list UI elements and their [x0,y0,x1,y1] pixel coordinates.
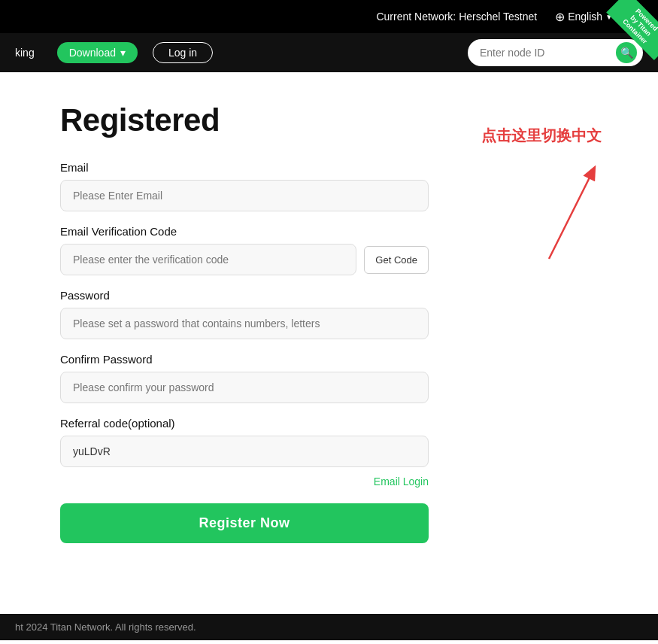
footer: ht 2024 Titan Network. All rights reserv… [0,614,658,640]
annotation-section: 点击这里切换中文 [481,102,602,569]
globe-icon: ⊕ [555,10,565,24]
login-label: Log in [168,47,197,59]
confirm-password-label: Confirm Password [60,353,451,366]
chevron-down-icon: ▾ [120,47,126,59]
password-label: Password [60,289,451,302]
page-title: Registered [60,102,451,138]
ribbon-text: Poweredby TitanContainer [606,0,658,60]
top-bar: Current Network: Herschel Testnet ⊕ Engl… [0,0,658,33]
svg-line-1 [549,169,594,259]
download-label: Download [69,47,116,59]
nav-brand: king [15,47,35,59]
password-input[interactable] [60,308,429,339]
login-button[interactable]: Log in [153,42,213,63]
register-label: Register Now [199,515,290,530]
email-login-wrapper: Email Login [60,475,429,488]
get-code-label: Get Code [375,254,417,266]
node-id-input[interactable] [480,47,611,59]
footer-text: ht 2024 Titan Network. All rights reserv… [15,621,196,633]
registration-form: Registered Email Email Verification Code… [60,102,451,569]
verification-label: Email Verification Code [60,225,451,238]
nav-bar: king Download ▾ Log in 🔍 [0,33,658,72]
email-input[interactable] [60,180,429,211]
referral-field-wrapper [60,436,451,467]
email-label: Email [60,161,451,174]
verification-input[interactable] [60,244,356,275]
download-button[interactable]: Download ▾ [57,42,138,63]
email-field-wrapper [60,180,451,211]
annotation-arrow [489,153,609,274]
annotation-text: 点击这里切换中文 [481,125,602,146]
verification-wrapper: Get Code [60,244,429,275]
main-content: Registered Email Email Verification Code… [0,72,658,614]
password-field-wrapper [60,308,451,339]
corner-ribbon: Poweredby TitanContainer [598,0,658,60]
referral-input[interactable] [60,436,429,467]
network-label: Current Network: Herschel Testnet [376,11,537,23]
confirm-password-field-wrapper [60,372,451,403]
referral-label: Referral code(optional) [60,417,451,430]
confirm-password-input[interactable] [60,372,429,403]
email-login-link[interactable]: Email Login [374,475,429,488]
register-button[interactable]: Register Now [60,503,429,543]
get-code-button[interactable]: Get Code [364,246,429,274]
